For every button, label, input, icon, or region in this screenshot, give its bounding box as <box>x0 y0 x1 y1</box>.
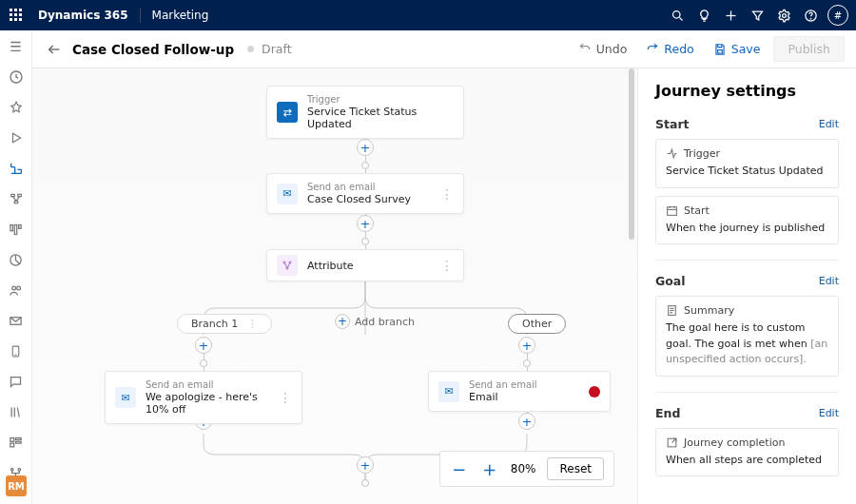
add-step-button[interactable]: + <box>357 215 374 232</box>
mail-icon: ✉ <box>115 387 136 408</box>
pin-icon[interactable] <box>6 97 27 118</box>
undo-label: Undo <box>596 42 628 56</box>
card-label: Journey completion <box>684 436 785 449</box>
connector-dot <box>361 162 369 169</box>
branch-label: Branch 1 <box>191 318 238 330</box>
branch-more-button[interactable]: ⋮ <box>247 318 258 330</box>
branch-pill-other[interactable]: Other <box>508 314 566 334</box>
card-goal[interactable]: Summary The goal here is to custom goal.… <box>655 296 839 377</box>
journey-canvas[interactable]: + + + + + + + ⇄ Trigger Service Ticket S… <box>32 68 637 504</box>
node-more-button[interactable]: ⋮ <box>440 259 454 272</box>
node-name: We apologize - here's 10% off <box>146 391 269 416</box>
svg-point-46 <box>286 267 288 269</box>
mail-icon: ✉ <box>277 184 298 204</box>
zoom-in-button[interactable]: + <box>480 459 499 478</box>
svg-rect-22 <box>14 201 18 203</box>
settings-icon[interactable] <box>770 0 797 30</box>
recent-icon[interactable] <box>6 67 27 87</box>
canvas-scrollbar[interactable] <box>629 68 634 240</box>
card-trigger[interactable]: Trigger Service Ticket Status Updated <box>655 139 839 188</box>
svg-line-10 <box>679 17 682 20</box>
node-more-button[interactable]: ⋮ <box>440 187 454 201</box>
panel-title: Journey settings <box>655 82 839 100</box>
segments-icon[interactable] <box>6 280 27 300</box>
svg-rect-6 <box>10 18 12 21</box>
phone-icon[interactable] <box>6 340 27 361</box>
status-dot <box>247 46 254 52</box>
edit-start-button[interactable]: Edit <box>819 118 839 130</box>
back-button[interactable] <box>44 39 65 60</box>
edit-goal-button[interactable]: Edit <box>819 275 839 287</box>
node-email-survey[interactable]: ✉ Send an email Case Closed Survey ⋮ <box>266 173 464 214</box>
svg-rect-0 <box>10 9 12 11</box>
card-value: The goal here is to custom goal. The goa… <box>666 320 828 368</box>
panel-divider <box>655 260 839 261</box>
add-step-button[interactable]: + <box>195 337 212 354</box>
summary-icon <box>666 304 678 317</box>
node-name: Attribute <box>307 260 354 272</box>
svg-rect-40 <box>10 443 14 447</box>
user-avatar[interactable]: # <box>827 5 848 26</box>
library-icon[interactable] <box>6 401 27 422</box>
module-name[interactable]: Marketing <box>152 9 209 22</box>
svg-point-44 <box>283 262 285 263</box>
filter-icon[interactable] <box>744 0 770 30</box>
page-title: Case Closed Follow-up <box>72 42 234 57</box>
waffle-icon[interactable] <box>8 7 25 24</box>
card-value: When the journey is published <box>666 221 828 237</box>
search-icon[interactable] <box>664 0 691 30</box>
add-step-button[interactable]: + <box>518 337 535 354</box>
mail-icon[interactable] <box>6 310 27 331</box>
add-step-button[interactable]: + <box>357 456 374 474</box>
node-email-other[interactable]: ✉ Send an email Email <box>428 371 611 412</box>
undo-button[interactable]: Undo <box>573 38 633 60</box>
add-icon[interactable] <box>717 0 744 30</box>
add-step-button[interactable]: + <box>518 413 535 430</box>
publish-button[interactable]: Publish <box>773 36 845 62</box>
redo-label: Redo <box>664 42 693 56</box>
edit-end-button[interactable]: Edit <box>819 407 839 419</box>
svg-point-29 <box>12 286 16 290</box>
svg-rect-8 <box>19 18 22 21</box>
analytics-icon[interactable] <box>6 249 27 270</box>
help-icon[interactable] <box>797 0 824 30</box>
status-label: Draft <box>262 42 292 56</box>
svg-marker-19 <box>12 133 20 142</box>
swap-icon: ⇄ <box>277 102 298 123</box>
completion-icon <box>666 436 678 449</box>
svg-rect-21 <box>17 194 21 196</box>
node-attribute[interactable]: Attribute ⋮ <box>266 249 464 281</box>
play-icon[interactable] <box>6 127 27 148</box>
node-type: Send an email <box>469 379 537 390</box>
trigger-icon <box>666 147 678 160</box>
node-trigger[interactable]: ⇄ Trigger Service Ticket Status Updated <box>266 86 464 139</box>
node-more-button[interactable]: ⋮ <box>279 391 292 404</box>
templates-icon[interactable] <box>6 432 27 453</box>
lightbulb-icon[interactable] <box>691 0 717 30</box>
hamburger-icon[interactable]: ☰ <box>6 36 27 57</box>
brand-divider <box>140 8 141 23</box>
svg-rect-17 <box>717 49 722 53</box>
svg-line-36 <box>17 407 19 417</box>
assets-icon[interactable] <box>6 219 27 240</box>
card-start[interactable]: Start When the journey is published <box>655 196 839 245</box>
zoom-reset-button[interactable]: Reset <box>547 457 604 480</box>
zoom-out-button[interactable]: − <box>450 459 469 478</box>
add-step-button[interactable]: + <box>357 139 374 156</box>
add-branch-button[interactable]: + Add branch <box>335 314 415 329</box>
card-label: Summary <box>684 304 734 317</box>
card-label: Start <box>684 204 710 217</box>
card-end[interactable]: Journey completion When all steps are co… <box>655 428 839 477</box>
chat-icon[interactable] <box>6 371 27 392</box>
journey-settings-panel: Journey settings Start Edit Trigger Serv… <box>637 68 856 504</box>
svg-point-41 <box>11 468 14 471</box>
svg-rect-4 <box>14 13 17 16</box>
svg-point-13 <box>782 13 786 17</box>
workspace-avatar[interactable]: RM <box>6 475 27 496</box>
branch-pill-branch1[interactable]: Branch 1 ⋮ <box>177 314 272 334</box>
node-email-apology[interactable]: ✉ Send an email We apologize - here's 10… <box>105 371 302 424</box>
redo-button[interactable]: Redo <box>640 38 699 60</box>
journeys-icon[interactable] <box>6 158 27 179</box>
save-button[interactable]: Save <box>708 38 767 60</box>
channels-icon[interactable] <box>6 188 27 209</box>
